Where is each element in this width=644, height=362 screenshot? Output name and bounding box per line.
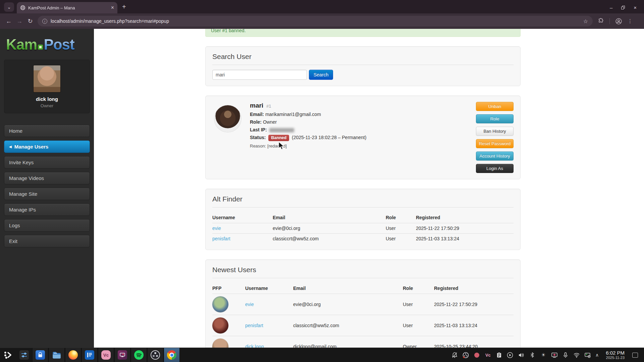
column-header: PFP <box>212 283 245 294</box>
taskbar-clock[interactable]: 6:02 PM 2025-11-23 <box>606 350 625 360</box>
url-bar[interactable]: i localhost/admin/manage_users.php?searc… <box>38 16 593 26</box>
newest-users-card: Newest Users PFP Username Email Role Reg… <box>205 259 521 348</box>
username-link[interactable]: dick long <box>245 344 264 348</box>
column-header: Registered <box>434 283 514 294</box>
reset-password-button[interactable]: Reset Password <box>476 139 514 148</box>
sidebar-item-manage-users[interactable]: ◀ Manage Users <box>4 140 90 153</box>
bookmark-star-icon[interactable]: ☆ <box>583 18 588 24</box>
email-value: marikaminari1@gmail.com <box>265 112 321 117</box>
browser-titlebar: ⌄ KamPost Admin – Mana × + – × <box>0 0 644 13</box>
username-link[interactable]: penisfart <box>245 323 263 328</box>
active-arrow-icon: ◀ <box>9 145 12 148</box>
reload-button[interactable]: ↻ <box>25 17 36 25</box>
screen-recorder-button[interactable] <box>114 348 130 362</box>
last-ip-blurred-value <box>269 128 294 132</box>
folder-icon <box>52 350 61 360</box>
alt-finder-table: Username Email Role Registered evie evie… <box>212 212 514 244</box>
close-window-button[interactable]: × <box>634 5 637 10</box>
tab-close-icon[interactable]: × <box>111 5 114 10</box>
clipboard-tray-icon[interactable] <box>496 352 502 358</box>
spotify-button[interactable] <box>131 348 147 362</box>
screenshare-icon[interactable] <box>551 352 558 358</box>
email-label: Email: <box>250 112 264 117</box>
profile-avatar-icon[interactable] <box>615 18 622 25</box>
role-button[interactable]: Role <box>476 114 514 123</box>
sidebar-item-label: Manage IPs <box>9 207 36 213</box>
system-tray: Vc <box>451 348 644 362</box>
new-tab-button[interactable]: + <box>122 3 126 11</box>
window-controls: – × <box>610 5 644 13</box>
username-link[interactable]: penisfart <box>212 236 230 241</box>
username: mari <box>250 102 263 109</box>
vencord-tray-icon[interactable]: Vc <box>485 352 491 358</box>
browser-menu-icon[interactable]: ⋮ <box>628 18 633 24</box>
sidebar-item-manage-site[interactable]: Manage Site <box>4 188 90 200</box>
user-avatar <box>214 105 241 132</box>
browser-tab[interactable]: KamPost Admin – Mana × <box>17 2 117 13</box>
site-info-icon[interactable]: i <box>42 19 47 24</box>
media-play-tray-icon[interactable] <box>507 352 514 358</box>
obs-button[interactable] <box>147 348 163 362</box>
search-user-heading: Search User <box>212 53 514 61</box>
tab-title: KamPost Admin – Mana <box>28 5 102 10</box>
text-editor-button[interactable] <box>82 348 98 362</box>
sidebar-item-manage-videos[interactable]: Manage Videos <box>4 172 90 184</box>
login-as-button[interactable]: Login As <box>476 164 514 173</box>
firefox-button[interactable] <box>65 348 81 362</box>
divider <box>212 65 514 65</box>
column-header: Username <box>245 283 293 294</box>
restore-button[interactable] <box>621 6 625 9</box>
tab-search-button[interactable]: ⌄ <box>4 2 14 12</box>
last-ip-label: Last IP: <box>250 127 267 132</box>
forward-button[interactable]: → <box>14 18 25 25</box>
sidebar-item-manage-ips[interactable]: Manage IPs <box>4 203 90 216</box>
recording-indicator-icon[interactable] <box>474 352 480 358</box>
avatar <box>212 317 228 334</box>
tray-expand-icon[interactable]: ∧ <box>595 352 599 358</box>
app-launcher-button[interactable] <box>0 348 16 362</box>
settings-sliders-button[interactable] <box>16 348 32 362</box>
email-cell: dicklong@gmail.com <box>293 336 403 348</box>
file-manager-button[interactable] <box>49 348 65 362</box>
editor-icon <box>85 350 94 360</box>
ban-history-button[interactable]: Ban History <box>476 127 514 136</box>
wifi-icon[interactable] <box>573 352 580 358</box>
sidebar-item-home[interactable]: Home <box>4 125 90 137</box>
search-button[interactable]: Search <box>309 70 333 80</box>
microphone-icon[interactable] <box>562 352 569 358</box>
software-store-button[interactable] <box>32 348 48 362</box>
column-header: Username <box>212 212 273 223</box>
email-cell: evie@0ci.org <box>273 223 386 234</box>
brightness-icon[interactable]: ☀ <box>540 352 547 358</box>
bluetooth-icon[interactable] <box>529 352 536 358</box>
sidebar-item-label: Manage Site <box>9 191 37 197</box>
back-button[interactable]: ← <box>3 18 14 25</box>
avatar <box>34 65 60 92</box>
mouse-cursor <box>278 141 285 150</box>
search-input[interactable] <box>212 70 307 80</box>
chevron-down-icon: ⌄ <box>7 4 11 10</box>
chrome-button[interactable] <box>164 348 180 362</box>
obs-icon <box>151 350 160 360</box>
role-cell: User <box>386 234 416 244</box>
unban-button[interactable]: Unban <box>476 102 514 111</box>
success-banner: User #1 banned. <box>205 29 521 37</box>
show-desktop-button[interactable] <box>632 353 638 358</box>
ban-detail: (2025-11-23 18:02:28 – Permanent) <box>292 135 366 140</box>
notifications-muted-icon[interactable] <box>451 352 458 358</box>
volume-icon[interactable] <box>518 352 525 358</box>
sidebar-nav: Home ◀ Manage Users Invite Keys Manage V… <box>0 125 94 247</box>
account-history-button[interactable]: Account History <box>476 152 514 161</box>
extensions-puzzle-icon[interactable] <box>597 18 604 24</box>
display-settings-icon[interactable] <box>584 352 591 358</box>
sidebar-item-invite-keys[interactable]: Invite Keys <box>4 156 90 169</box>
vencord-button[interactable]: Vc <box>98 348 114 362</box>
username-link[interactable]: evie <box>245 302 254 307</box>
obs-tray-icon[interactable] <box>463 352 469 358</box>
username-link[interactable]: evie <box>212 226 221 231</box>
sidebar-item-logs[interactable]: Logs <box>4 219 90 232</box>
column-header: Registered <box>416 212 514 223</box>
search-user-card: Search User Search <box>205 46 521 86</box>
sidebar-item-exit[interactable]: Exit <box>4 235 90 247</box>
minimize-button[interactable]: – <box>610 5 612 10</box>
